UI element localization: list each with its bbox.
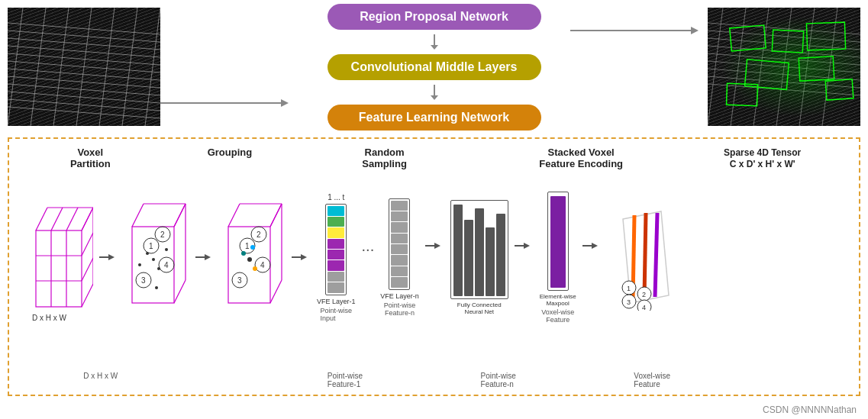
fc-label: Fully ConnectedNeural Net — [457, 301, 502, 315]
svg-text:4: 4 — [260, 261, 265, 269]
svg-point-72 — [62, 272, 63, 273]
svg-line-8 — [8, 76, 160, 88]
dim-label: D x H x W — [83, 372, 118, 388]
svg-rect-41 — [727, 83, 758, 105]
pointwise-featN-label: Point-wiseFeature-n — [481, 372, 516, 388]
svg-rect-36 — [730, 25, 766, 51]
svg-rect-37 — [772, 30, 803, 53]
dots-separator: ... — [362, 237, 375, 255]
svg-line-28 — [708, 76, 860, 88]
svg-rect-0 — [8, 8, 160, 126]
vfe-layer-n-label: VFE Layer-n — [380, 292, 419, 300]
svg-line-62 — [82, 208, 93, 230]
svg-rect-42 — [825, 79, 853, 100]
svg-marker-124 — [434, 243, 440, 249]
svg-line-22 — [708, 31, 860, 42]
svg-line-13 — [8, 8, 23, 126]
svg-line-60 — [66, 208, 78, 230]
ew-label: Element-wiseMaxpool — [540, 293, 576, 307]
vfe-layer-n-section: VFE Layer-n Point-wiseFeature-n — [380, 198, 419, 317]
svg-point-120 — [250, 245, 255, 250]
point-cloud-left — [8, 8, 160, 126]
svg-line-33 — [776, 8, 792, 126]
random-sampling-box: 1 2 3 4 — [221, 192, 286, 322]
network-boxes: Region Proposal Network Convolutional Mi… — [328, 4, 541, 131]
grouping-box: 1 2 3 4 — [124, 192, 189, 322]
svg-text:2: 2 — [642, 291, 646, 298]
svg-point-67 — [43, 245, 44, 247]
svg-marker-48 — [281, 99, 289, 107]
svg-rect-38 — [806, 22, 845, 50]
label-random-sampling: RandomSampling — [354, 147, 415, 169]
svg-rect-20 — [708, 8, 860, 126]
svg-point-96 — [146, 252, 149, 255]
svg-line-59 — [51, 208, 63, 230]
svg-line-12 — [8, 107, 160, 118]
svg-rect-51 — [36, 230, 82, 307]
svg-line-84 — [174, 280, 186, 303]
svg-line-2 — [8, 31, 160, 42]
svg-line-24 — [708, 46, 860, 57]
svg-line-15 — [53, 8, 69, 126]
svg-point-75 — [68, 287, 69, 288]
svg-line-6 — [8, 61, 160, 73]
svg-line-26 — [708, 61, 860, 73]
svg-point-118 — [241, 251, 246, 256]
svg-line-132 — [655, 213, 657, 297]
point-cloud-right — [708, 8, 860, 126]
svg-line-64 — [82, 258, 93, 281]
svg-line-3 — [8, 38, 160, 50]
svg-point-69 — [40, 276, 42, 277]
cml-box: Convolutional Middle Layers — [328, 54, 541, 80]
svg-marker-126 — [524, 243, 530, 249]
svg-line-23 — [708, 38, 860, 50]
svg-text:4: 4 — [642, 304, 646, 311]
svg-line-103 — [228, 204, 240, 227]
svg-line-30 — [708, 8, 723, 126]
svg-line-18 — [122, 8, 137, 126]
svg-line-11 — [8, 99, 160, 111]
ew-section: Element-wiseMaxpool Voxel-wiseFeature — [540, 192, 576, 324]
svg-line-65 — [82, 284, 93, 307]
vfe-section: 1 ... t VFE Layer-1 Point-wis — [317, 193, 356, 322]
svg-line-10 — [8, 92, 160, 103]
svg-line-1 — [8, 23, 160, 34]
svg-point-97 — [165, 248, 168, 251]
svg-marker-46 — [431, 95, 438, 100]
svg-text:1: 1 — [245, 242, 250, 250]
svg-point-70 — [54, 241, 56, 243]
dots-label: 1 ... t — [328, 193, 344, 201]
svg-text:1: 1 — [627, 285, 631, 292]
label-voxel-partition: Voxel Partition — [60, 147, 121, 169]
svg-line-35 — [822, 8, 837, 126]
pointwise-feature-n-label: Point-wiseFeature-n — [384, 301, 416, 317]
svg-line-29 — [708, 84, 860, 95]
voxelwise-feat-label: Voxel-wiseFeature — [634, 372, 670, 388]
svg-line-21 — [708, 23, 860, 34]
point-wise-input-label: Point-wiseInput — [321, 307, 353, 322]
svg-point-95 — [157, 267, 160, 270]
svg-text:4: 4 — [164, 261, 169, 269]
svg-line-5 — [8, 53, 160, 65]
svg-line-17 — [99, 8, 115, 126]
svg-line-4 — [8, 46, 160, 57]
svg-line-27 — [708, 69, 860, 80]
watermark: CSDN @NNNNNathan — [763, 404, 857, 415]
svg-rect-39 — [745, 60, 789, 90]
svg-point-68 — [47, 260, 48, 262]
svg-line-32 — [753, 8, 769, 126]
svg-line-63 — [82, 233, 93, 256]
svg-marker-50 — [691, 27, 699, 34]
voxel-grid: D x H x W — [24, 192, 93, 322]
svg-point-74 — [73, 264, 75, 266]
svg-point-98 — [138, 263, 141, 266]
fln-box: Feature Learning Network — [328, 105, 541, 131]
svg-line-56 — [36, 208, 47, 230]
svg-marker-101 — [205, 254, 211, 260]
svg-line-16 — [76, 8, 92, 126]
svg-marker-122 — [301, 254, 307, 260]
pointwise-feat1-label: Point-wiseFeature-1 — [328, 372, 363, 388]
voxelwise-feature-label: Voxel-wiseFeature — [541, 308, 574, 324]
sparse-4d-section: 1 2 3 4 C-Dimensional Feature — [608, 204, 676, 311]
svg-text:2: 2 — [160, 230, 165, 239]
